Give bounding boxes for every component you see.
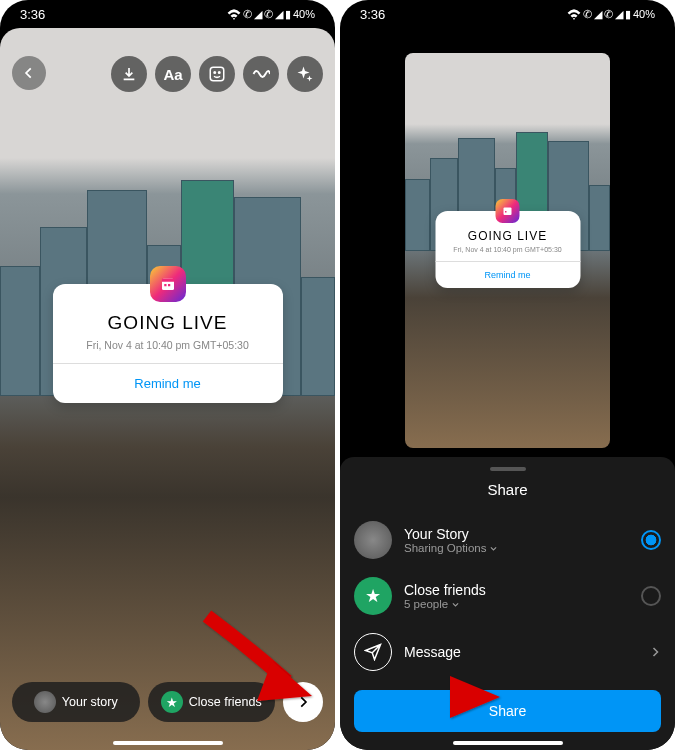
calendar-icon: [496, 199, 520, 223]
svg-rect-5: [164, 284, 166, 286]
status-bar: 3:36 ✆◢✆◢ ▮40%: [340, 0, 675, 28]
sheet-title: Share: [354, 481, 661, 498]
sheet-handle[interactable]: [490, 467, 526, 471]
download-icon[interactable]: [111, 56, 147, 92]
text-tool-icon[interactable]: Aa: [155, 56, 191, 92]
status-bar: 3:36 ✆◢✆◢ ▮40%: [0, 0, 335, 28]
send-icon: [354, 633, 392, 671]
svg-rect-0: [210, 67, 224, 81]
star-icon: ★: [161, 691, 183, 713]
story-preview: GOING LIVE Fri, Nov 4 at 10:40 pm GMT+05…: [405, 53, 610, 448]
phone-left: 3:36 ✆◢✆◢ ▮40% Aa: [0, 0, 335, 750]
svg-rect-7: [504, 208, 512, 216]
svg-rect-8: [505, 211, 507, 213]
svg-point-2: [219, 72, 221, 74]
next-button[interactable]: [283, 682, 323, 722]
calendar-icon: [150, 266, 186, 302]
status-icons: ✆◢✆◢ ▮40%: [227, 8, 315, 21]
svg-rect-4: [162, 279, 174, 282]
chevron-right-icon: [649, 646, 661, 658]
radio-unselected[interactable]: [641, 586, 661, 606]
sparkle-icon[interactable]: [287, 56, 323, 92]
status-icons: ✆◢✆◢ ▮40%: [567, 8, 655, 21]
remind-me-button[interactable]: Remind me: [65, 364, 271, 403]
effects-icon[interactable]: [243, 56, 279, 92]
home-indicator: [113, 741, 223, 745]
sticker-title: GOING LIVE: [65, 312, 271, 334]
event-sticker[interactable]: GOING LIVE Fri, Nov 4 at 10:40 pm GMT+05…: [53, 284, 283, 403]
close-friends-button[interactable]: ★ Close friends: [148, 682, 276, 722]
phone-right: 3:36 ✆◢✆◢ ▮40%: [340, 0, 675, 750]
radio-selected[interactable]: [641, 530, 661, 550]
share-button[interactable]: Share: [354, 690, 661, 732]
sticker-subtitle: Fri, Nov 4 at 10:40 pm GMT+05:30: [65, 339, 271, 351]
globe-icon: [34, 691, 56, 713]
avatar: [354, 521, 392, 559]
star-icon: ★: [354, 577, 392, 615]
svg-rect-6: [168, 284, 170, 286]
clock: 3:36: [20, 7, 45, 22]
story-editor: Aa GOING LIVE Fri, Nov 4 at 10:40 pm GMT…: [0, 28, 335, 750]
option-close-friends[interactable]: ★ Close friends 5 people: [354, 568, 661, 624]
option-your-story[interactable]: Your Story Sharing Options: [354, 512, 661, 568]
home-indicator: [453, 741, 563, 745]
clock: 3:36: [360, 7, 385, 22]
svg-point-1: [214, 72, 216, 74]
event-sticker: GOING LIVE Fri, Nov 4 at 10:40 pm GMT+05…: [435, 211, 580, 288]
option-message[interactable]: Message: [354, 624, 661, 680]
your-story-button[interactable]: Your story: [12, 682, 140, 722]
sticker-tool-icon[interactable]: [199, 56, 235, 92]
back-button[interactable]: [12, 56, 46, 90]
share-sheet: Share Your Story Sharing Options ★ Close…: [340, 457, 675, 750]
